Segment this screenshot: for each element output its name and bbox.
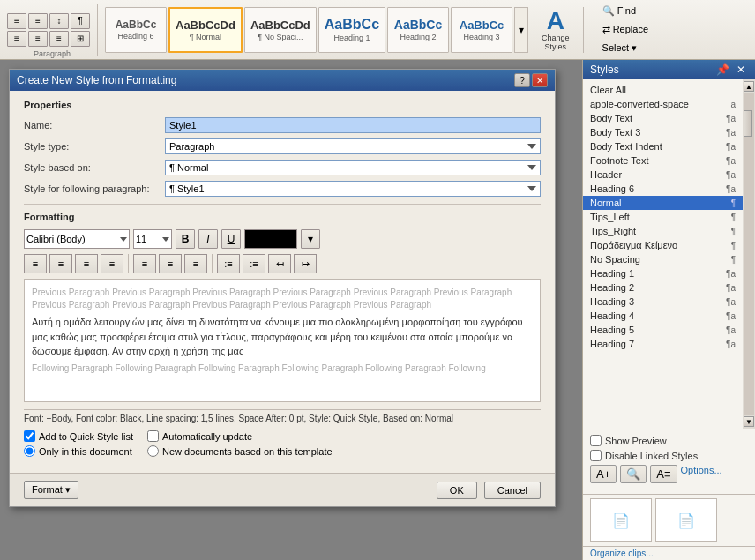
align-extra-1[interactable]: ≡ bbox=[133, 254, 156, 273]
style-list-item-7[interactable]: Heading 6¶a bbox=[583, 182, 743, 196]
list-btn-2[interactable]: :≡ bbox=[243, 254, 265, 273]
styles-scroll-down[interactable]: ▾ bbox=[514, 7, 528, 53]
options-link[interactable]: Options... bbox=[681, 465, 722, 483]
style-list-item-17[interactable]: Heading 5¶a bbox=[583, 323, 743, 337]
toolbar-para-btn-8[interactable]: ⊞ bbox=[71, 31, 90, 47]
dialog-help-button[interactable]: ? bbox=[514, 73, 530, 87]
bold-button[interactable]: B bbox=[176, 229, 195, 249]
style-nospacing[interactable]: AaBbCcDd ¶ No Spaci... bbox=[244, 7, 317, 53]
style-list-item-icon-17: ¶a bbox=[726, 325, 736, 335]
style-list-item-9[interactable]: Tips_Left¶ bbox=[583, 210, 743, 224]
style-list-item-1[interactable]: apple-converted-spacea bbox=[583, 97, 743, 111]
new-template-radio[interactable] bbox=[147, 445, 159, 457]
align-extra-2[interactable]: ≡ bbox=[159, 254, 182, 273]
only-this-doc-label: Only in this document bbox=[39, 446, 132, 457]
align-justify-button[interactable]: ≡ bbox=[101, 254, 123, 273]
dialog-close-button[interactable]: ✕ bbox=[532, 73, 548, 87]
scroll-up-arrow[interactable]: ▲ bbox=[744, 81, 754, 92]
panel-pin-button[interactable]: 📌 bbox=[714, 63, 732, 76]
disable-linked-checkbox[interactable] bbox=[590, 450, 602, 461]
scroll-down-arrow[interactable]: ▼ bbox=[744, 416, 754, 427]
style-list-item-icon-13: ¶a bbox=[726, 269, 736, 279]
style-list-item-16[interactable]: Heading 4¶a bbox=[583, 309, 743, 323]
toolbar-para-btn-5[interactable]: ≡ bbox=[7, 31, 26, 47]
color-dropdown-button[interactable]: ▾ bbox=[301, 229, 320, 249]
paragraph-group: ≡ ≡ ↕ ¶ ≡ ≡ ≡ ⊞ Paragraph bbox=[7, 4, 98, 56]
new-style-button[interactable]: A+ bbox=[590, 465, 617, 483]
auto-update-checkbox[interactable] bbox=[147, 430, 159, 442]
style-heading3[interactable]: AaBbCc Heading 3 bbox=[451, 7, 512, 53]
indent-decrease[interactable]: ↤ bbox=[268, 254, 291, 273]
thumbnail-2[interactable]: 📄 bbox=[655, 498, 717, 542]
inspect-style-button[interactable]: 🔍 bbox=[620, 465, 647, 483]
style-heading6[interactable]: AaBbCc Heading 6 bbox=[105, 7, 167, 53]
style-type-row: Style type: Paragraph bbox=[24, 138, 541, 154]
style-list-item-6[interactable]: Header¶a bbox=[583, 168, 743, 182]
replace-button[interactable]: ⇄ Replace bbox=[596, 21, 654, 38]
style-normal[interactable]: AaBbCcDd ¶ Normal bbox=[168, 7, 243, 53]
only-this-doc-radio[interactable] bbox=[24, 445, 35, 457]
style-list-item-10[interactable]: Tips_Right¶ bbox=[583, 224, 743, 238]
toolbar-para-btn-7[interactable]: ≡ bbox=[49, 31, 69, 47]
indent-increase[interactable]: ↦ bbox=[294, 254, 317, 273]
dialog-footer: Format ▾ OK Cancel bbox=[10, 473, 555, 506]
align-center-button[interactable]: ≡ bbox=[49, 254, 72, 273]
name-input[interactable] bbox=[165, 117, 541, 133]
italic-button[interactable]: I bbox=[198, 229, 218, 249]
style-description: Font: +Body, Font color: Black, Line spa… bbox=[24, 409, 541, 423]
style-list-item-3[interactable]: Body Text 3¶a bbox=[583, 125, 743, 139]
style-list-item-0[interactable]: Clear All bbox=[583, 83, 743, 97]
align-right-button[interactable]: ≡ bbox=[75, 254, 98, 273]
checkbox-col: Add to Quick Style list Only in this doc… bbox=[24, 430, 133, 457]
show-preview-checkbox[interactable] bbox=[590, 435, 602, 446]
style-list-item-name-17: Heading 5 bbox=[590, 325, 722, 335]
underline-button[interactable]: U bbox=[221, 229, 241, 249]
panel-close-button[interactable]: ✕ bbox=[734, 63, 748, 76]
style-type-select[interactable]: Paragraph bbox=[165, 138, 541, 154]
align-extra-3[interactable]: ≡ bbox=[184, 254, 207, 273]
select-button[interactable]: Select ▾ bbox=[596, 40, 654, 56]
font-name-select[interactable]: Calibri (Body) bbox=[24, 229, 130, 249]
style-list-item-icon-4: ¶a bbox=[726, 142, 736, 152]
style-list-item-18[interactable]: Heading 7¶a bbox=[583, 337, 743, 351]
add-quick-style-checkbox[interactable] bbox=[24, 430, 35, 442]
toolbar-para-btn-6[interactable]: ≡ bbox=[28, 31, 48, 47]
style-list-item-4[interactable]: Body Text Indent¶a bbox=[583, 139, 743, 153]
thumbnail-1[interactable]: 📄 bbox=[590, 498, 652, 542]
disable-linked-label: Disable Linked Styles bbox=[605, 451, 698, 461]
style-list-item-11[interactable]: Παράδειγμα Κείμενο¶ bbox=[583, 238, 743, 252]
list-btn-1[interactable]: :≡ bbox=[217, 254, 240, 273]
formatting-section: Formatting Calibri (Body) 11 B I U ▾ bbox=[24, 204, 541, 273]
cancel-button[interactable]: Cancel bbox=[484, 482, 541, 499]
based-on-select[interactable]: ¶ Normal bbox=[165, 160, 541, 175]
style-list-item-12[interactable]: No Spacing¶ bbox=[583, 252, 743, 266]
scroll-thumb[interactable] bbox=[744, 110, 752, 137]
style-heading2[interactable]: AaBbCc Heading 2 bbox=[387, 7, 449, 53]
change-styles-button[interactable]: A Change Styles bbox=[535, 7, 576, 53]
based-on-label: Style based on: bbox=[24, 162, 165, 173]
style-list-item-13[interactable]: Heading 1¶a bbox=[583, 266, 743, 280]
preview-current-text: Αυτή η ομάδα λειτουργιών μας δίνει τη δυ… bbox=[32, 315, 533, 359]
toolbar-para-btn-1[interactable]: ≡ bbox=[7, 13, 26, 29]
toolbar-para-btn-3[interactable]: ↕ bbox=[49, 13, 69, 29]
toolbar-para-btn-4[interactable]: ¶ bbox=[71, 13, 90, 29]
styles-scrollbar[interactable]: ▲ ▼ bbox=[743, 79, 755, 429]
format-button[interactable]: Format ▾ bbox=[24, 481, 78, 499]
manage-styles-button[interactable]: A≡ bbox=[650, 465, 677, 483]
style-list-item-15[interactable]: Heading 3¶a bbox=[583, 295, 743, 309]
style-list-item-8[interactable]: Normal¶ bbox=[583, 196, 743, 210]
style-list-item-icon-16: ¶a bbox=[726, 311, 736, 321]
following-select[interactable]: ¶ Style1 bbox=[165, 181, 541, 197]
align-left-button[interactable]: ≡ bbox=[24, 254, 47, 273]
style-list-item-5[interactable]: Footnote Text¶a bbox=[583, 153, 743, 168]
style-list-item-14[interactable]: Heading 2¶a bbox=[583, 280, 743, 295]
style-list-item-2[interactable]: Body Text¶a bbox=[583, 111, 743, 125]
find-button[interactable]: 🔍 Find bbox=[596, 3, 654, 19]
ok-button[interactable]: OK bbox=[437, 482, 477, 499]
dialog-title: Create New Style from Formatting bbox=[17, 74, 176, 86]
font-color-picker[interactable] bbox=[244, 229, 297, 249]
font-size-select[interactable]: 11 bbox=[133, 229, 172, 249]
toolbar-para-btn-2[interactable]: ≡ bbox=[28, 13, 48, 29]
organize-clips-link[interactable]: Organize clips... bbox=[583, 546, 755, 560]
style-heading1[interactable]: AaBbCc Heading 1 bbox=[318, 7, 385, 53]
